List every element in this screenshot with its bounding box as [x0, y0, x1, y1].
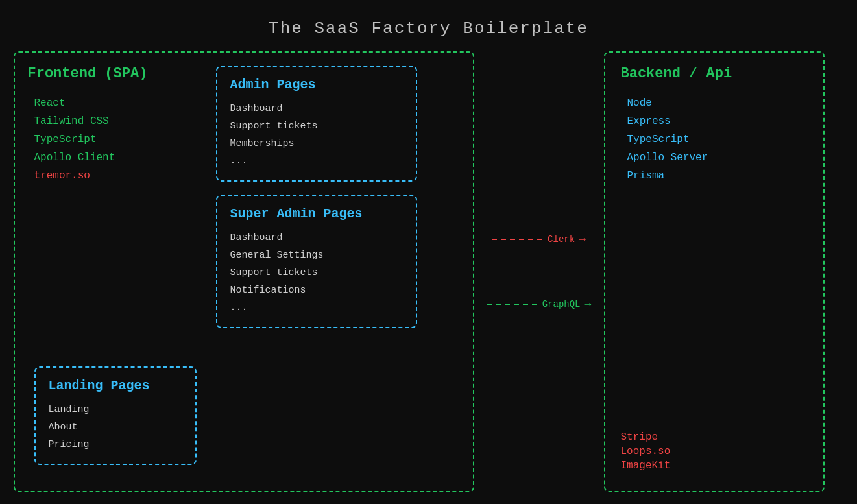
graphql-arrow: →: [585, 298, 592, 311]
tech-apollo-server: Apollo Server: [627, 152, 808, 163]
landing-pages-box: Landing Pages Landing About Pricing: [34, 366, 197, 465]
service-imagekit: ImageKit: [621, 460, 671, 472]
admin-item-support: Support tickets: [230, 117, 403, 135]
super-admin-item-notifications: Notifications: [230, 282, 403, 299]
admin-item-more: ...: [230, 152, 403, 170]
main-title: The SaaS Factory Boilerplate: [269, 19, 588, 38]
super-admin-item-more: ...: [230, 299, 403, 317]
tech-typescript-be: TypeScript: [627, 134, 808, 145]
clerk-arrow: →: [579, 233, 586, 246]
landing-item-pricing: Pricing: [49, 436, 182, 453]
service-loops: Loops.so: [621, 446, 671, 457]
graphql-connector: GraphQL →: [487, 298, 592, 311]
clerk-dashed-line: [492, 239, 544, 240]
super-admin-item-settings: General Settings: [230, 246, 403, 264]
super-admin-item-support: Support tickets: [230, 264, 403, 282]
admin-pages-box: Admin Pages Dashboard Support tickets Me…: [216, 66, 417, 182]
diagram-container: The SaaS Factory Boilerplate Frontend (S…: [14, 12, 844, 492]
backend-services: Stripe Loops.so ImageKit: [621, 431, 671, 472]
super-admin-pages-box: Super Admin Pages Dashboard General Sett…: [216, 195, 417, 328]
admin-item-memberships: Memberships: [230, 135, 403, 152]
backend-section: Backend / Api Node Express TypeScript Ap…: [604, 51, 825, 492]
landing-pages-title: Landing Pages: [49, 378, 182, 393]
service-stripe: Stripe: [621, 431, 671, 443]
connector-section: Clerk → GraphQL →: [474, 51, 604, 492]
graphql-dashed-line: [487, 304, 538, 305]
clerk-connector: Clerk →: [492, 233, 586, 246]
clerk-label: Clerk: [548, 234, 575, 245]
super-admin-pages-title: Super Admin Pages: [230, 206, 403, 221]
graphql-label: GraphQL: [542, 299, 581, 309]
main-row: Frontend (SPA) React Tailwind CSS TypeSc…: [14, 51, 844, 492]
admin-pages-title: Admin Pages: [230, 77, 403, 92]
admin-item-dashboard: Dashboard: [230, 100, 403, 117]
backend-tech-list: Node Express TypeScript Apollo Server Pr…: [621, 97, 808, 182]
tech-express: Express: [627, 115, 808, 127]
landing-item-landing: Landing: [49, 401, 182, 418]
backend-title: Backend / Api: [621, 66, 808, 82]
tech-node: Node: [627, 97, 808, 109]
frontend-section: Frontend (SPA) React Tailwind CSS TypeSc…: [14, 51, 474, 492]
landing-item-about: About: [49, 418, 182, 436]
pages-wrapper: Admin Pages Dashboard Support tickets Me…: [216, 66, 417, 478]
super-admin-item-dashboard: Dashboard: [230, 229, 403, 246]
tech-prisma: Prisma: [627, 170, 808, 182]
